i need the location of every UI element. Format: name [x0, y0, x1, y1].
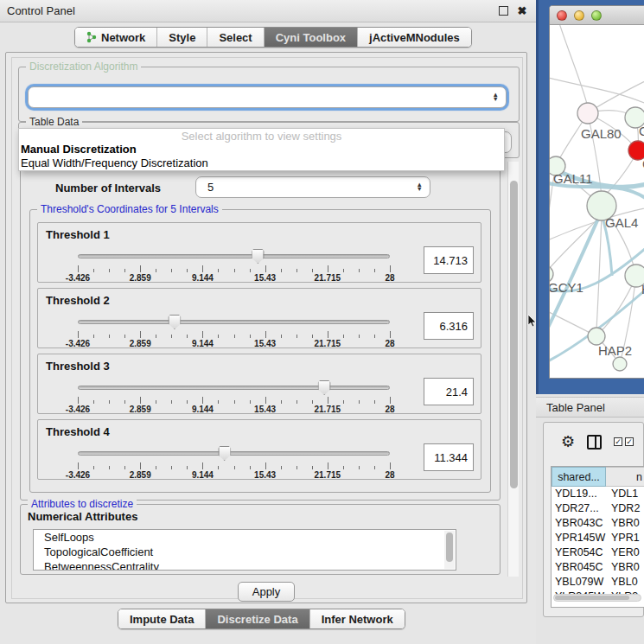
threshold-4-label: Threshold 4: [46, 425, 110, 438]
list-item[interactable]: BetweennessCentrality: [34, 559, 456, 571]
table-row[interactable]: YPR145WYPR1: [552, 531, 644, 545]
threshold-1-slider[interactable]: -3.426 2.859 9.144 15.43 21.715 28: [78, 249, 390, 280]
table-row[interactable]: YDR27...YDR2: [552, 501, 644, 516]
number-of-intervals-label: Number of Intervals: [55, 182, 161, 194]
numerical-attributes-list[interactable]: SelfLoops TopologicalCoefficient Between…: [33, 529, 456, 571]
panel-scrollbar-thumb[interactable]: [510, 181, 518, 488]
minimize-traffic-light-icon[interactable]: [574, 10, 584, 21]
number-of-intervals-select[interactable]: 5 ▲▼: [195, 176, 430, 198]
dropdown-placeholder-option[interactable]: Select algorithm to view settings: [19, 129, 504, 143]
thresholds-group: Threshold's Coordinates for 5 Intervals …: [29, 209, 491, 493]
cell[interactable]: YPR1: [606, 531, 644, 545]
table-horizontal-scrollbar-thumb[interactable]: [555, 596, 629, 600]
checkbox-icon[interactable]: ✓: [625, 437, 634, 446]
threshold-1-value-field[interactable]: 14.713: [424, 246, 474, 274]
node-label-gal4: GAL4: [605, 215, 638, 230]
apply-button[interactable]: Apply: [238, 582, 295, 602]
node-hap2[interactable]: [588, 328, 605, 345]
cell[interactable]: YDL1: [606, 487, 644, 501]
close-traffic-light-icon[interactable]: [557, 10, 567, 21]
cell[interactable]: YDL19...: [552, 487, 606, 501]
cell[interactable]: YBL0: [606, 575, 644, 590]
table-row[interactable]: YDL19...YDL1: [552, 487, 644, 501]
cell[interactable]: YIL052C: [552, 604, 606, 608]
bottom-tab-bar: Impute Data Discretize Data Infer Networ…: [118, 609, 405, 629]
cell[interactable]: YER0: [606, 545, 644, 560]
cell[interactable]: YBR0: [606, 516, 644, 531]
table-horizontal-scrollbar[interactable]: [553, 594, 641, 602]
tab-style[interactable]: Style: [156, 28, 207, 47]
tab-jactivemnodules[interactable]: jActiveMNodules: [357, 28, 471, 47]
slider-track[interactable]: [78, 451, 390, 456]
network-window-frame: GAL80 GA C GAL11 GAL4 GCY1 H HAP2: [536, 0, 644, 394]
cell[interactable]: YBR0: [606, 560, 644, 575]
split-columns-icon[interactable]: [587, 435, 602, 450]
list-item[interactable]: TopologicalCoefficient: [34, 545, 456, 559]
cell[interactable]: YBR045C: [552, 560, 606, 575]
slider-ticks: [78, 462, 390, 469]
slider-thumb[interactable]: [218, 446, 231, 461]
table-row[interactable]: YBR043CYBR0: [552, 516, 644, 531]
cell[interactable]: YDR27...: [552, 501, 606, 516]
tick-label: 28: [385, 405, 394, 414]
tab-network[interactable]: Network: [75, 28, 156, 47]
slider-track[interactable]: [78, 254, 390, 258]
algorithm-select[interactable]: ▲▼: [28, 86, 507, 108]
numerical-attributes-label: Numerical Attributes: [28, 510, 137, 523]
tab-cyni-toolbox[interactable]: Cyni Toolbox: [264, 28, 357, 47]
network-window-titlebar: [550, 6, 644, 25]
tick-label: 15.43: [254, 339, 276, 348]
column-header-name[interactable]: n: [606, 467, 644, 487]
dropdown-option-equal-width[interactable]: Equal Width/Frequency Discretization: [19, 156, 504, 170]
column-header-shared-name[interactable]: shared...: [552, 467, 606, 487]
threshold-4-slider[interactable]: -3.426 2.859 9.144 15.43 21.715 28: [78, 446, 390, 477]
list-scrollbar[interactable]: [444, 531, 455, 569]
node-bottom[interactable]: [613, 357, 627, 371]
threshold-4-value-field[interactable]: 11.344: [424, 443, 474, 471]
dropdown-option-manual[interactable]: Manual Discretization: [19, 143, 504, 156]
cell[interactable]: YPR145W: [552, 531, 606, 545]
network-canvas[interactable]: GAL80 GA C GAL11 GAL4 GCY1 H HAP2: [550, 25, 644, 378]
slider-thumb[interactable]: [318, 380, 331, 395]
cell[interactable]: YBR043C: [552, 516, 606, 531]
tick-label: 9.144: [192, 339, 214, 348]
cell[interactable]: YBL079W: [552, 575, 606, 590]
checkbox-icon[interactable]: ✓: [614, 437, 622, 446]
list-item[interactable]: SelfLoops: [34, 530, 456, 545]
slider-tick-labels: -3.426 2.859 9.144 15.43 21.715 28: [78, 339, 390, 348]
zoom-traffic-light-icon[interactable]: [591, 10, 602, 21]
threshold-2-label: Threshold 2: [46, 294, 110, 307]
threshold-2-slider[interactable]: -3.426 2.859 9.144 15.43 21.715 28: [78, 315, 390, 346]
table-row[interactable]: YBL079WYBL0: [552, 575, 644, 590]
slider-thumb[interactable]: [252, 249, 265, 264]
cell[interactable]: YIL0: [606, 604, 644, 608]
algorithm-dropdown-popup: Select algorithm to view settings Manual…: [18, 128, 505, 171]
tab-discretize-data-label: Discretize Data: [217, 613, 297, 626]
threshold-3-value-field[interactable]: 21.4: [424, 378, 474, 405]
cell[interactable]: YDR2: [606, 501, 644, 516]
threshold-3-slider[interactable]: -3.426 2.859 9.144 15.43 21.715 28: [78, 380, 390, 411]
slider-track[interactable]: [78, 386, 390, 390]
close-icon[interactable]: ✖: [515, 4, 529, 18]
thresholds-group-title: Threshold's Coordinates for 5 Intervals: [37, 203, 222, 215]
tab-impute-data[interactable]: Impute Data: [118, 609, 205, 628]
list-scrollbar-thumb[interactable]: [446, 532, 453, 562]
table-row[interactable]: YER054CYER0: [552, 545, 644, 560]
slider-ticks: [78, 265, 390, 272]
cell[interactable]: YER054C: [552, 545, 606, 560]
settings-gear-icon[interactable]: ⚙: [561, 434, 575, 450]
float-window-icon[interactable]: [496, 4, 510, 18]
threshold-2-value-field[interactable]: 6.316: [424, 312, 474, 340]
tab-discretize-data[interactable]: Discretize Data: [205, 609, 309, 628]
slider-thumb[interactable]: [168, 315, 181, 329]
interval-definition-group: Interval Definition Number of Intervals …: [20, 167, 501, 501]
table-row[interactable]: YIL052CYIL0: [552, 604, 644, 608]
panel-scrollbar[interactable]: [507, 162, 519, 577]
node-gal80[interactable]: [577, 103, 598, 124]
table-row[interactable]: YBR045CYBR0: [552, 560, 644, 575]
slider-track[interactable]: [78, 320, 390, 324]
tab-infer-network[interactable]: Infer Network: [309, 609, 405, 628]
top-tab-bar: Network Style Select Cyni Toolbox jActiv…: [74, 27, 472, 48]
tab-select-label: Select: [219, 31, 252, 44]
tab-select[interactable]: Select: [207, 28, 263, 47]
